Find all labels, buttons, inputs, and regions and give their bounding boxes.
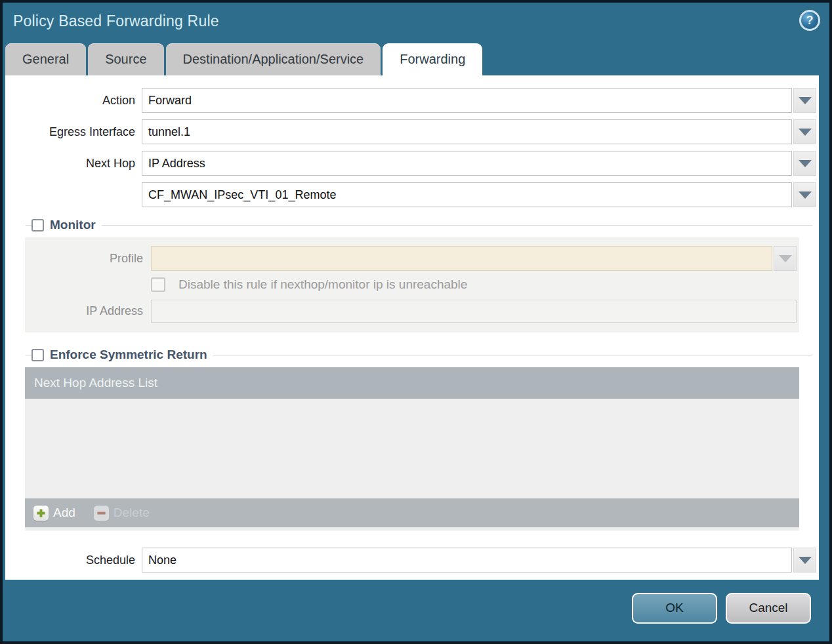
- egress-interface-dropdown-button[interactable]: [793, 119, 816, 144]
- minus-icon: [94, 506, 109, 521]
- chevron-down-icon: [799, 97, 812, 104]
- delete-button-label: Delete: [114, 506, 150, 520]
- forwarding-tab-panel: Action Egress Interface Next Hop: [5, 75, 819, 580]
- monitor-ip-field: [151, 300, 797, 323]
- next-hop-address-dropdown-button[interactable]: [793, 182, 816, 207]
- egress-interface-row: Egress Interface: [5, 119, 816, 144]
- schedule-label: Schedule: [5, 553, 142, 567]
- next-hop-label: Next Hop: [5, 157, 142, 171]
- dialog-footer: OK Cancel: [3, 580, 829, 641]
- ok-button[interactable]: OK: [632, 593, 717, 624]
- table-body-empty[interactable]: [25, 399, 799, 498]
- tab-forwarding[interactable]: Forwarding: [383, 43, 482, 75]
- schedule-row: Schedule: [5, 548, 816, 573]
- disable-rule-label: Disable this rule if nexthop/monitor ip …: [178, 277, 467, 292]
- action-input[interactable]: [142, 88, 792, 113]
- symmetric-return-legend: Enforce Symmetric Return: [31, 348, 812, 362]
- tab-source[interactable]: Source: [88, 43, 163, 75]
- cancel-button[interactable]: Cancel: [726, 593, 811, 624]
- monitor-ip-input: [151, 300, 797, 323]
- egress-interface-input[interactable]: [142, 119, 792, 144]
- next-hop-type-input[interactable]: [142, 151, 792, 176]
- chevron-down-icon: [799, 557, 812, 564]
- add-button-label: Add: [53, 506, 75, 520]
- disable-rule-row: Disable this rule if nexthop/monitor ip …: [151, 277, 799, 292]
- disable-rule-checkbox: [151, 277, 165, 292]
- next-hop-address-list-table: Next Hop Address List Add Delete: [25, 367, 799, 531]
- monitor-checkbox[interactable]: [31, 219, 44, 231]
- action-dropdown: [142, 88, 816, 113]
- profile-dropdown-button: [774, 246, 797, 271]
- monitor-ip-label: IP Address: [25, 304, 151, 318]
- table-footer-toolbar: Add Delete: [25, 498, 799, 527]
- schedule-dropdown: [142, 548, 816, 573]
- tab-general[interactable]: General: [5, 43, 86, 75]
- action-label: Action: [5, 94, 142, 108]
- monitor-ip-row: IP Address: [25, 300, 797, 323]
- table-header-next-hop-address-list: Next Hop Address List: [25, 367, 799, 399]
- chevron-down-icon: [799, 129, 812, 136]
- tab-destination-application-service[interactable]: Destination/Application/Service: [166, 43, 381, 75]
- title-bar: Policy Based Forwarding Rule ?: [3, 3, 829, 43]
- next-hop-type-dropdown: [142, 151, 816, 176]
- monitor-legend: Monitor: [31, 218, 812, 232]
- monitor-fieldset-body: Profile Disable this rule if nexthop/mon…: [25, 237, 799, 332]
- plus-icon: [33, 506, 49, 521]
- profile-row: Profile: [25, 246, 797, 271]
- schedule-dropdown-button[interactable]: [793, 548, 816, 573]
- add-button[interactable]: Add: [33, 506, 75, 521]
- help-icon[interactable]: ?: [799, 10, 820, 31]
- schedule-input[interactable]: [142, 548, 792, 573]
- next-hop-type-dropdown-button[interactable]: [793, 151, 816, 176]
- next-hop-row: Next Hop: [5, 151, 816, 176]
- chevron-down-icon: [799, 160, 812, 167]
- delete-button[interactable]: Delete: [94, 506, 150, 521]
- next-hop-address-dropdown: [142, 182, 816, 207]
- profile-dropdown: [151, 246, 797, 271]
- action-row: Action: [5, 88, 816, 113]
- profile-label: Profile: [25, 252, 151, 266]
- chevron-down-icon: [799, 191, 812, 199]
- enforce-symmetric-return-title: Enforce Symmetric Return: [50, 348, 207, 362]
- fieldset-rule: [213, 355, 812, 355]
- fieldset-rule: [102, 225, 812, 226]
- chevron-down-icon: [779, 255, 792, 262]
- egress-interface-label: Egress Interface: [5, 125, 142, 139]
- dialog-title: Policy Based Forwarding Rule: [13, 12, 818, 30]
- tab-strip: General Source Destination/Application/S…: [3, 43, 829, 75]
- monitor-title: Monitor: [50, 218, 96, 232]
- pbf-rule-dialog: Policy Based Forwarding Rule ? General S…: [0, 0, 832, 644]
- enforce-symmetric-return-checkbox[interactable]: [31, 349, 44, 361]
- action-dropdown-button[interactable]: [793, 88, 816, 113]
- profile-input: [151, 246, 772, 271]
- egress-interface-dropdown: [142, 119, 816, 144]
- next-hop-address-row: [5, 182, 816, 207]
- next-hop-address-input[interactable]: [142, 182, 792, 207]
